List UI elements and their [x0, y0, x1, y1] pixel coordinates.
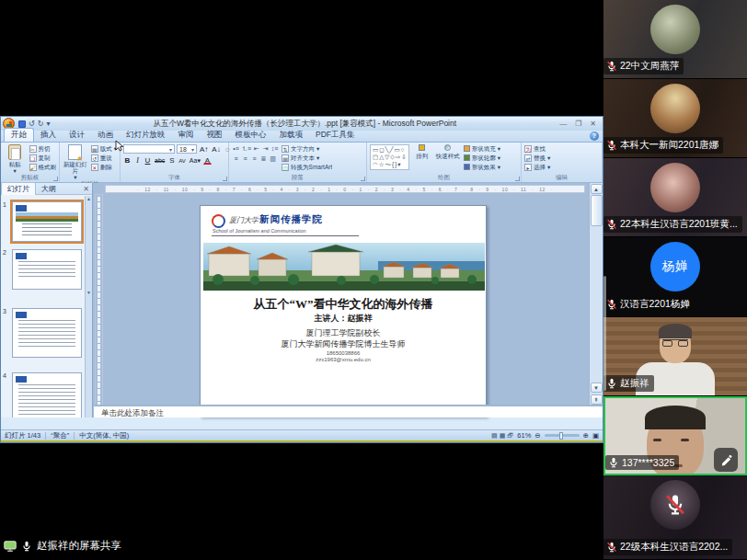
layout-button[interactable]: ▤版式 ▾: [91, 144, 117, 153]
fit-to-window-icon[interactable]: ▣: [592, 431, 599, 440]
horizontal-ruler: · 12 · 11 · 10 · 9 · 8 · 7 · 6 · 5 · 4 ·…: [105, 185, 585, 193]
slideshow-view-icon[interactable]: 🗗: [507, 432, 513, 440]
bullets-button[interactable]: •≡: [232, 144, 240, 153]
font-dialog-launcher[interactable]: [223, 177, 227, 181]
tab-insert[interactable]: 插入: [34, 129, 63, 142]
previous-slide-button[interactable]: ⇞: [591, 394, 603, 405]
zoom-slider[interactable]: [545, 434, 580, 437]
justify-button[interactable]: ≣: [259, 154, 268, 163]
tab-design[interactable]: 设计: [63, 129, 91, 142]
shadow-button[interactable]: S: [167, 155, 176, 165]
slide-thumbnail-4[interactable]: 4: [12, 372, 82, 417]
restore-button[interactable]: ❐: [575, 120, 581, 129]
text-direction-button[interactable]: ⇅文字方向 ▾: [282, 144, 332, 153]
underline-button[interactable]: U: [144, 155, 152, 165]
avatar: [650, 163, 700, 212]
undo-icon[interactable]: ↺: [29, 120, 35, 128]
muted-mic-icon: [606, 140, 617, 151]
select-button[interactable]: ▸选择 ▾: [524, 163, 550, 171]
copy-button[interactable]: ❏复制: [29, 154, 57, 162]
reset-button[interactable]: ↺重设: [91, 154, 117, 162]
participant-tile[interactable]: 杨婵 汉语言2201杨婵: [603, 237, 747, 316]
participant-name-badge: 赵振祥: [603, 375, 654, 392]
normal-view-icon[interactable]: ▤: [491, 432, 498, 440]
panel-scrollbar[interactable]: ▲▼: [85, 196, 92, 417]
participant-tile[interactable]: 22本科生汉语言2201班黄...: [603, 158, 747, 237]
columns-button[interactable]: ▥: [269, 154, 277, 163]
font-color-button[interactable]: A: [203, 155, 212, 165]
shape-fill-button[interactable]: 形状填充 ▾: [464, 144, 500, 153]
slide-title: 从五个“W”看中华文化的海外传播: [201, 296, 486, 313]
align-center-button[interactable]: ≡: [241, 154, 249, 163]
font-size-select[interactable]: 18▾: [177, 144, 197, 154]
zoom-out-icon[interactable]: ⊖: [534, 431, 540, 440]
scroll-up-icon[interactable]: ▲: [591, 184, 603, 194]
increase-indent-button[interactable]: ⇥: [261, 144, 270, 153]
tab-pdf-tools[interactable]: PDF工具集: [309, 129, 362, 142]
participant-tile[interactable]: 22中文周燕萍: [603, 0, 747, 79]
tab-home[interactable]: 开始: [4, 128, 34, 142]
participant-tile-video[interactable]: 赵振祥: [603, 317, 747, 396]
cut-button[interactable]: ✂剪切: [29, 144, 57, 153]
line-spacing-button[interactable]: ↕≡: [270, 144, 279, 153]
arrange-button[interactable]: 排列: [412, 144, 432, 159]
participant-tile-active-speaker[interactable]: 137****3325: [603, 396, 747, 475]
quick-styles-button[interactable]: 快速样式: [435, 144, 461, 159]
zoom-in-icon[interactable]: ⊕: [583, 431, 589, 440]
paste-button[interactable]: 粘贴▾: [4, 144, 27, 174]
font-name-select[interactable]: ▾: [123, 144, 175, 154]
scroll-down-icon[interactable]: ▼: [591, 383, 603, 393]
strikethrough-button[interactable]: abc: [154, 155, 166, 165]
paragraph-dialog-launcher[interactable]: [361, 177, 365, 181]
redo-icon[interactable]: ↻: [38, 120, 44, 128]
slide-canvas[interactable]: 厦门大学 新闻传播学院 School of Journalism and Com…: [200, 205, 487, 417]
scrollbar-thumb[interactable]: [591, 195, 603, 226]
annotate-button[interactable]: [714, 448, 738, 472]
minimize-button[interactable]: —: [559, 120, 567, 129]
panel-close-icon[interactable]: ✕: [83, 185, 89, 193]
grow-font-button[interactable]: A↑: [199, 144, 209, 154]
notes-pane[interactable]: 单击此处添加备注: [94, 405, 603, 417]
shape-outline-button[interactable]: 形状轮廓 ▾: [464, 154, 500, 162]
tab-slideshow[interactable]: 幻灯片放映: [120, 129, 172, 142]
help-button[interactable]: ?: [590, 131, 599, 141]
tab-review[interactable]: 审阅: [172, 129, 201, 142]
convert-smartart-button[interactable]: ◫转换为SmartArt: [282, 163, 332, 171]
decrease-indent-button[interactable]: ⇤: [252, 144, 260, 153]
align-right-button[interactable]: ≡: [250, 154, 259, 163]
shape-effects-button[interactable]: 形状效果 ▾: [464, 163, 500, 171]
participant-tile[interactable]: 22级本科生汉语言2202...: [603, 475, 747, 560]
slide-sorter-icon[interactable]: ▦: [500, 432, 506, 440]
change-case-button[interactable]: Aa▾: [189, 155, 201, 165]
find-button[interactable]: 为查找: [524, 144, 550, 153]
avatar: [650, 480, 700, 530]
new-slide-button[interactable]: 新建幻灯片▾: [63, 144, 88, 180]
shrink-font-button[interactable]: A↓: [211, 144, 221, 154]
tab-view[interactable]: 视图: [201, 129, 229, 142]
save-icon[interactable]: [18, 120, 26, 128]
bold-button[interactable]: B: [123, 155, 132, 165]
numbering-button[interactable]: ⒈≡: [241, 144, 251, 153]
clipboard-dialog-launcher[interactable]: [53, 177, 58, 181]
tab-addins[interactable]: 加载项: [273, 129, 310, 142]
close-button[interactable]: ✕: [590, 120, 596, 129]
format-painter-button[interactable]: 🖌格式刷: [29, 163, 57, 171]
slide-thumbnail-2[interactable]: 2: [12, 249, 82, 290]
slide-scrollbar[interactable]: ▲ ▼ ⇞ ⇟: [589, 183, 603, 417]
slide-thumbnail-3[interactable]: 3: [12, 308, 82, 358]
align-left-button[interactable]: ≡: [232, 154, 240, 163]
drawing-dialog-launcher[interactable]: [515, 177, 520, 181]
sidebar-scrollbar[interactable]: [603, 276, 606, 391]
character-spacing-button[interactable]: AV: [178, 155, 187, 165]
participant-tile[interactable]: 本科大一新闻2201唐娜: [603, 79, 747, 158]
tab-template-center[interactable]: 模板中心: [229, 129, 273, 142]
slide-thumbnail-1[interactable]: 1: [12, 201, 82, 242]
delete-button[interactable]: ✕删除: [91, 163, 117, 171]
align-text-button[interactable]: ▤对齐文本 ▾: [282, 154, 332, 162]
panel-tab-outline[interactable]: 大纲: [36, 183, 62, 195]
shapes-gallery[interactable]: ▭◻╲╱▭○ ▢△▽⬦⇨⇩ ◠☆〜{}▾: [370, 144, 409, 170]
panel-tab-slides[interactable]: 幻灯片: [1, 182, 36, 195]
italic-button[interactable]: I: [133, 155, 142, 165]
replace-button[interactable]: ⇄替换 ▾: [524, 154, 550, 162]
avatar: [650, 5, 700, 54]
